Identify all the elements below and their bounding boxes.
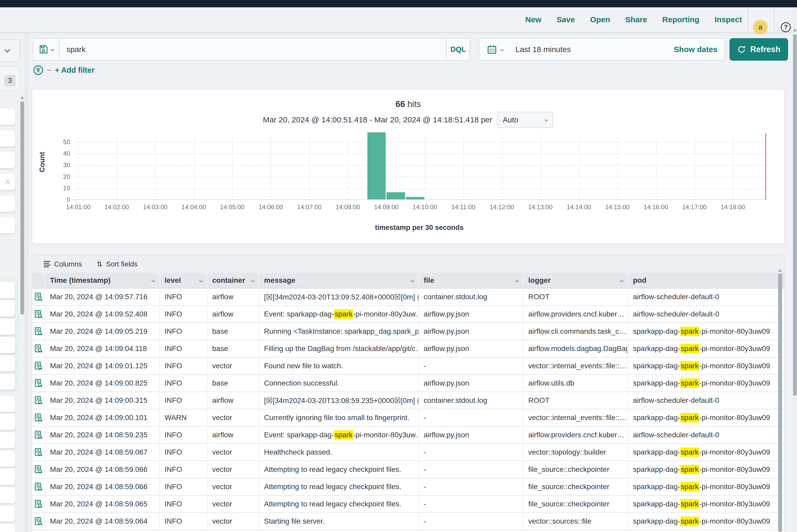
field-card[interactable] <box>0 217 15 233</box>
sidebar-collapse-button[interactable] <box>0 39 20 62</box>
avatar[interactable]: a <box>753 20 768 35</box>
expand-document-button[interactable] <box>32 444 45 461</box>
saved-query-button[interactable] <box>34 39 60 60</box>
column-header-pod[interactable]: pod <box>628 273 778 288</box>
cell-logger: file_source::checkpointer <box>523 496 628 512</box>
cell-time: Mar 20, 2024 @ 14:09:00.101 <box>45 409 160 426</box>
sort-fields-button[interactable]: ⇅ Sort fields <box>97 260 137 268</box>
sidebar-resize-divider[interactable] <box>25 33 26 532</box>
x-tick-label: 14:04:00 <box>173 204 215 211</box>
field-card[interactable] <box>0 414 15 430</box>
column-header-time-timestamp-[interactable]: Time (timestamp) <box>45 273 160 288</box>
cell-level: INFO <box>160 496 207 512</box>
cell-container: airflow <box>207 392 259 409</box>
field-card[interactable] <box>0 109 15 125</box>
cell-container: vector <box>207 513 259 530</box>
window-scrollbar[interactable] <box>793 35 797 396</box>
field-card[interactable] <box>0 374 15 390</box>
field-card[interactable] <box>0 355 15 372</box>
nav-link-share[interactable]: Share <box>625 15 647 24</box>
cell-container: airflow <box>207 426 259 443</box>
query-input[interactable]: spark <box>60 45 446 54</box>
cell-time: Mar 20, 2024 @ 14:09:00.825 <box>45 375 160 392</box>
field-card[interactable] <box>0 300 15 317</box>
inspect-document-icon <box>34 310 43 319</box>
nav-link-inspect[interactable]: Inspect <box>715 15 742 24</box>
field-card[interactable]: ✕ <box>0 174 15 190</box>
cell-file: - <box>419 461 523 478</box>
field-card[interactable] <box>0 469 15 485</box>
cell-time: Mar 20, 2024 @ 14:09:00.315 <box>45 392 160 409</box>
expand-document-button[interactable] <box>32 323 45 340</box>
cell-pod: sparkapp-dag-spark-pi-monitor-80y3uw09 <box>628 358 778 374</box>
x-tick-label: 14:16:00 <box>635 204 677 211</box>
field-card[interactable] <box>0 524 15 532</box>
expand-document-button[interactable] <box>32 340 45 357</box>
field-card[interactable] <box>0 195 15 212</box>
interval-select[interactable]: Auto <box>497 112 553 128</box>
x-gridline <box>348 133 348 200</box>
expand-document-button[interactable] <box>32 496 45 512</box>
field-card[interactable] <box>0 505 15 521</box>
x-tick-label: 14:11:00 <box>443 204 484 211</box>
column-header-level[interactable]: level <box>160 273 207 288</box>
field-card[interactable] <box>0 130 15 147</box>
date-picker[interactable]: Last 18 minutes Show dates <box>479 38 725 61</box>
expand-document-button[interactable] <box>32 513 45 530</box>
help-icon[interactable]: ? <box>781 22 791 32</box>
cell-file: airflow.py.json <box>419 375 523 392</box>
expand-document-button[interactable] <box>32 426 45 443</box>
table-row: Mar 20, 2024 @ 14:08:59.067INFOvectorHea… <box>32 444 784 461</box>
field-card[interactable] <box>0 396 15 412</box>
nav-link-new[interactable]: New <box>525 15 541 24</box>
field-card[interactable] <box>0 432 15 448</box>
field-card[interactable] <box>0 487 15 503</box>
field-card[interactable] <box>0 152 15 168</box>
add-filter-button[interactable]: + Add filter <box>55 66 94 75</box>
sidebar-scroll-up-arrow[interactable] <box>20 96 24 99</box>
columns-button[interactable]: Columns <box>44 260 82 268</box>
show-dates-button[interactable]: Show dates <box>674 45 718 54</box>
nav-link-open[interactable]: Open <box>590 15 610 24</box>
search-highlight: spark <box>680 361 699 370</box>
expand-document-button[interactable] <box>32 461 45 478</box>
table-scrollbar[interactable] <box>778 274 782 532</box>
cell-file: - <box>419 513 523 530</box>
column-header-label: file <box>424 276 434 285</box>
sidebar-count-badge: 3 <box>4 75 16 86</box>
column-header-logger[interactable]: logger <box>523 273 628 288</box>
dql-language-button[interactable]: DQL <box>446 39 470 60</box>
field-card[interactable] <box>0 450 15 467</box>
cell-level: INFO <box>160 444 207 461</box>
expand-document-button[interactable] <box>32 478 45 495</box>
sidebar-resize-divider[interactable] <box>27 33 28 532</box>
column-header-container[interactable]: container <box>207 273 259 288</box>
chart-bar[interactable] <box>406 197 424 199</box>
remove-field-icon[interactable]: ✕ <box>4 177 11 187</box>
field-card[interactable] <box>0 337 15 353</box>
window-scroll-up-arrow[interactable] <box>793 29 797 32</box>
expand-document-button[interactable] <box>32 358 45 374</box>
sidebar-scrollbar[interactable] <box>20 101 24 315</box>
cell-message: Filling up the DagBag from /stackable/ap… <box>259 340 419 357</box>
end-time-marker <box>765 133 766 200</box>
expand-document-button[interactable] <box>32 288 45 305</box>
expand-document-button[interactable] <box>32 306 45 323</box>
expand-document-button[interactable] <box>32 375 45 392</box>
expand-document-button[interactable] <box>32 409 45 426</box>
nav-link-save[interactable]: Save <box>557 15 575 24</box>
refresh-button[interactable]: Refresh <box>729 38 788 61</box>
table-scroll-up-arrow[interactable] <box>778 269 782 272</box>
field-card[interactable] <box>0 319 15 335</box>
x-gridline <box>540 133 541 200</box>
column-header-file[interactable]: file <box>419 273 523 288</box>
field-card[interactable] <box>0 282 15 298</box>
refresh-label: Refresh <box>750 45 780 54</box>
chart-bar[interactable] <box>367 132 386 199</box>
interval-value: Auto <box>503 116 518 124</box>
histogram-plot[interactable] <box>73 133 766 200</box>
column-header-message[interactable]: message <box>259 273 419 288</box>
nav-link-reporting[interactable]: Reporting <box>662 15 699 24</box>
chart-bar[interactable] <box>387 192 405 199</box>
expand-document-button[interactable] <box>32 392 45 409</box>
